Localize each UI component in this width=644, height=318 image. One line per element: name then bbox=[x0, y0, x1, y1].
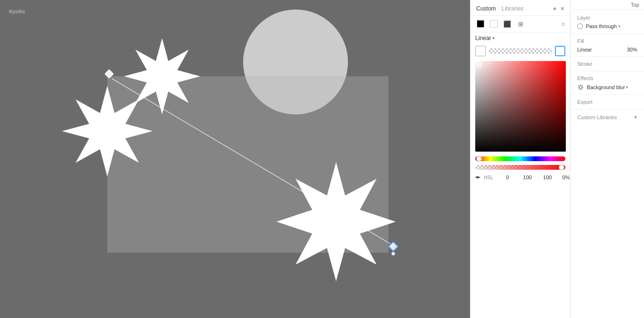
gradient-end-circle bbox=[391, 252, 395, 256]
gradient-stops-row bbox=[470, 44, 570, 58]
svg-line-12 bbox=[579, 89, 579, 89]
props-panel: Top Layer Pass through ▾ Fill Linear 30%… bbox=[570, 0, 644, 318]
effects-header: Effects bbox=[577, 75, 637, 81]
pass-through-chevron: ▾ bbox=[618, 24, 621, 29]
pass-through-label: Pass through bbox=[586, 23, 617, 29]
tab-custom[interactable]: Custom bbox=[476, 5, 496, 12]
gradient-darkness-overlay bbox=[475, 61, 566, 152]
background-blur-item: Background blur ▾ bbox=[577, 84, 637, 91]
fill-linear-label[interactable]: Linear bbox=[577, 47, 592, 52]
color-panel-tabs: Custom Libraries + × bbox=[470, 0, 570, 16]
fill-header: Fill bbox=[577, 38, 637, 44]
eyedropper-icon[interactable]: ✒ bbox=[475, 174, 481, 181]
linear-label: Linear bbox=[475, 35, 491, 41]
color-gradient-canvas[interactable] bbox=[475, 61, 566, 152]
black-swatch bbox=[477, 20, 484, 28]
bg-blur-label-row[interactable]: Background blur ▾ bbox=[587, 84, 628, 90]
image-icon: ⬛ bbox=[503, 21, 511, 28]
top-label: Top bbox=[631, 2, 639, 8]
layer-mode-icon bbox=[577, 23, 583, 29]
bg-blur-label: Background blur bbox=[587, 84, 625, 90]
custom-libraries-add-btn[interactable]: + bbox=[634, 113, 637, 121]
stops-bar[interactable] bbox=[489, 48, 552, 54]
tab-libraries[interactable]: Libraries bbox=[501, 5, 523, 12]
alpha-slider[interactable] bbox=[475, 165, 565, 170]
export-label: Export bbox=[577, 99, 593, 105]
canvas-area: Фрейм bbox=[0, 0, 470, 318]
star-small-left bbox=[124, 38, 200, 124]
hue-thumb bbox=[476, 156, 482, 162]
svg-marker-2 bbox=[276, 162, 396, 281]
color-mode-icons: ⬛ ⊞ ○ bbox=[470, 16, 570, 32]
hue-slider[interactable] bbox=[475, 156, 565, 161]
effects-section: Effects Background blur ▾ bbox=[571, 72, 644, 95]
fill-header-label: Fill bbox=[577, 38, 584, 44]
solid-color-btn[interactable] bbox=[475, 19, 486, 29]
layer-section: Layer Pass through ▾ bbox=[571, 10, 644, 34]
add-icon[interactable]: + bbox=[553, 5, 557, 12]
svg-marker-1 bbox=[124, 38, 200, 114]
tab-actions: + × bbox=[553, 5, 564, 12]
linear-dropdown-arrow: ▾ bbox=[492, 36, 495, 41]
component-icon: ⊞ bbox=[518, 21, 523, 28]
fill-section: Fill Linear 30% bbox=[571, 34, 644, 57]
hsl-mode-label[interactable]: HSL bbox=[484, 175, 493, 180]
hsl-l-input[interactable] bbox=[539, 174, 556, 180]
blur-icon bbox=[577, 84, 584, 91]
layer-section-title: Layer bbox=[577, 15, 637, 21]
custom-libraries-section: Custom Libraries + bbox=[571, 110, 644, 123]
svg-line-9 bbox=[579, 85, 579, 86]
export-section: Export bbox=[571, 95, 644, 110]
close-icon[interactable]: × bbox=[561, 5, 564, 12]
effects-label: Effects bbox=[577, 75, 593, 81]
bg-blur-chevron: ▾ bbox=[626, 85, 628, 90]
gradient-type-btn[interactable] bbox=[489, 19, 499, 29]
color-picker-panel: Custom Libraries + × ⬛ ⊞ ○ Linear ▾ bbox=[470, 0, 570, 318]
pass-through-row: Pass through ▾ bbox=[577, 23, 637, 29]
alpha-thumb bbox=[559, 164, 564, 170]
hsl-h-input[interactable] bbox=[499, 174, 516, 180]
pass-through-dropdown[interactable]: Pass through ▾ bbox=[586, 23, 621, 29]
svg-point-4 bbox=[579, 86, 582, 89]
stop-white[interactable] bbox=[475, 46, 486, 56]
image-fill-btn[interactable]: ⬛ bbox=[502, 19, 512, 29]
hsl-s-input[interactable] bbox=[519, 174, 536, 180]
props-top-bar: Top bbox=[571, 0, 644, 10]
more-options-btn[interactable]: ○ bbox=[562, 20, 565, 28]
linear-dropdown[interactable]: Linear ▾ bbox=[470, 32, 570, 44]
custom-libraries-label: Custom Libraries bbox=[577, 114, 617, 120]
frame-label: Фрейм bbox=[9, 9, 25, 14]
star-large-right bbox=[276, 162, 396, 296]
stroke-section: Stroke bbox=[571, 57, 644, 72]
alpha-overlay bbox=[475, 165, 565, 170]
component-fill-btn[interactable]: ⊞ bbox=[515, 19, 526, 29]
color-picker-cursor bbox=[477, 63, 482, 68]
svg-line-11 bbox=[582, 85, 583, 86]
white-swatch bbox=[490, 20, 498, 28]
fill-linear-row: Linear 30% bbox=[577, 47, 637, 52]
stroke-label: Stroke bbox=[577, 61, 593, 67]
hsl-row: ✒ HSL bbox=[470, 172, 570, 183]
stop-blue[interactable] bbox=[555, 46, 565, 56]
fill-percent-val[interactable]: 30% bbox=[627, 47, 637, 52]
svg-line-10 bbox=[582, 89, 583, 89]
